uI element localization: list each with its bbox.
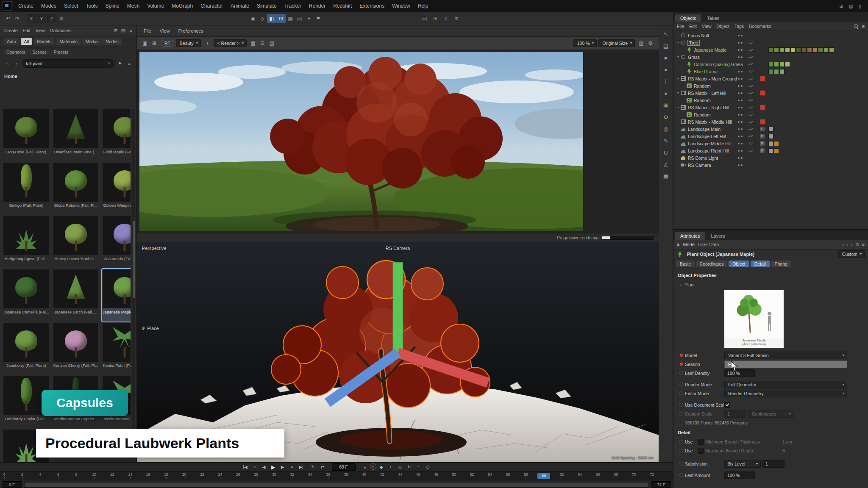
object-row[interactable]: ▾ RS Matrix - Right Hill ✓✓	[673, 104, 868, 111]
enabled-check-icon[interactable]: ✓✓	[748, 91, 753, 95]
enabled-check-icon[interactable]: ✓✓	[748, 105, 753, 110]
object-menu-item[interactable]: Bookmarks	[749, 24, 771, 29]
asset-item[interactable]: Japanese Maple (Fall, ...	[102, 269, 131, 322]
visibility-dots[interactable]	[738, 42, 743, 44]
sphere-tool-icon[interactable]: ●	[660, 64, 671, 75]
min-branch-value[interactable]: 1 cm	[782, 439, 792, 444]
asset-menu-item[interactable]: Databases	[47, 28, 74, 33]
range-start-field[interactable]: 0 F	[2, 481, 22, 488]
keyframe-dot-icon[interactable]	[679, 462, 683, 466]
asset-item[interactable]: Ginkgo (Fall, Plant)	[3, 162, 50, 215]
expand-arrow-icon[interactable]: ▾	[676, 77, 680, 80]
enabled-check-icon[interactable]: ✓✓	[748, 55, 753, 59]
object-row[interactable]: RS Camera ✓✓	[673, 161, 868, 169]
back-icon[interactable]: ‹	[843, 242, 844, 247]
max-branch-value[interactable]: 3	[782, 448, 785, 453]
enabled-check-icon[interactable]: ✓✓	[748, 113, 753, 117]
save-image-icon[interactable]: ▣	[140, 39, 150, 48]
keyframe-dot-icon[interactable]	[679, 449, 683, 452]
enabled-check-icon[interactable]: ✓✓	[748, 134, 753, 139]
asset-item[interactable]: Hedgehog Agave (Fall...	[3, 215, 50, 269]
asset-menu-item[interactable]: Create	[2, 28, 20, 33]
asset-item[interactable]: Kentia Palm (Fall, Plant)	[102, 322, 131, 375]
use-min-branch-checkbox[interactable]	[698, 439, 704, 445]
z-axis-lock[interactable]: Z	[47, 14, 56, 23]
coord-system-icon[interactable]: ⊕	[57, 14, 66, 23]
enabled-check-icon[interactable]: ✓✓	[748, 48, 753, 52]
keyframe-dot-icon[interactable]	[679, 391, 683, 395]
visibility-dots[interactable]	[738, 143, 743, 144]
attribute-tab[interactable]: Detail	[751, 261, 770, 267]
plant-asset-icon[interactable]: ●	[660, 88, 671, 98]
asset-item[interactable]: Honey Locust 'Sunbur...	[53, 215, 99, 269]
leaf-density-field[interactable]: 100 %	[724, 369, 755, 377]
object-row[interactable]: Random ✓✓	[673, 97, 868, 104]
filter-chip[interactable]: Materials	[56, 38, 81, 45]
menu-item[interactable]: Render	[305, 0, 329, 12]
menu-item[interactable]: Tools	[82, 0, 101, 12]
panel-menu-icon[interactable]: ≡	[862, 242, 865, 247]
render-select-dropdown[interactable]: < Render >	[214, 39, 247, 47]
expand-arrow-icon[interactable]: ▾	[676, 55, 680, 59]
zoom-dropdown[interactable]: 100 %	[573, 39, 597, 47]
visibility-dots[interactable]	[738, 114, 743, 116]
editor-mode-dropdown[interactable]: Render Geometry	[724, 390, 847, 397]
copy-image-icon[interactable]: ⊞	[150, 39, 159, 48]
redo-icon[interactable]: ↷	[13, 14, 22, 23]
object-menu-item[interactable]: File	[677, 24, 684, 29]
list-view-icon[interactable]: ▤	[120, 27, 127, 34]
y-axis-lock[interactable]: Y	[37, 14, 46, 23]
browser-menu-icon[interactable]: ≡	[127, 27, 135, 34]
asset-item[interactable]: Juneberry (Fall, Plant)	[3, 322, 50, 375]
lock-icon[interactable]: ⊙	[855, 242, 859, 247]
menu-item[interactable]: Select	[60, 0, 82, 12]
home-icon[interactable]: ⌂	[3, 60, 11, 67]
pass-dropdown[interactable]: Beauty	[176, 39, 201, 47]
cube-tool-icon[interactable]: ■	[660, 53, 671, 63]
workplane-icon[interactable]: ▤	[295, 14, 304, 23]
visibility-dots[interactable]	[738, 121, 743, 123]
filter-chip[interactable]: Models	[33, 38, 55, 45]
film-tool-icon[interactable]: ▦	[660, 171, 671, 181]
position-key-button[interactable]: +	[387, 463, 395, 471]
settings-gear-icon[interactable]: ⚙	[646, 39, 655, 48]
object-row[interactable]: Common Quaking Grass ✓✓	[673, 61, 868, 68]
custom-dropdown[interactable]: Custom	[838, 250, 865, 258]
object-row[interactable]: Random ✓✓	[673, 82, 868, 89]
material-tags[interactable]	[768, 47, 834, 53]
use-max-branch-checkbox[interactable]	[698, 448, 704, 454]
asset-menu-item[interactable]: View	[33, 28, 48, 33]
season-dropdown[interactable]: Fall	[724, 360, 847, 368]
filter-chip[interactable]: All	[21, 38, 33, 45]
search-input[interactable]: fall plant ✕	[22, 59, 114, 68]
menu-item[interactable]: MoGraph	[168, 0, 197, 12]
keyframe-button[interactable]: ◆	[377, 463, 386, 471]
filter-chip[interactable]: Media	[82, 38, 101, 45]
angle-tool-icon[interactable]: ∠	[660, 159, 671, 169]
object-tag[interactable]	[760, 76, 765, 81]
object-row[interactable]: Japanese Maple ✓✓	[673, 46, 868, 53]
menu-item[interactable]: Character	[197, 0, 227, 12]
object-row[interactable]: ▾ Tree ✓✓	[673, 39, 868, 46]
timeline-ruler[interactable]: 0246810121416182022242628303234363840424…	[0, 471, 673, 480]
custom-scale-field[interactable]: 1	[724, 410, 746, 418]
asset-menu-item[interactable]: Edit	[20, 28, 33, 33]
axis-mode-icon[interactable]: +	[304, 14, 314, 23]
app-logo-icon[interactable]	[3, 1, 12, 11]
material-tags[interactable]	[768, 141, 779, 146]
attribute-tab[interactable]: Basic	[676, 261, 695, 267]
histogram-icon[interactable]: ▧	[267, 39, 276, 48]
material-tags[interactable]	[768, 62, 790, 67]
subdivision-field[interactable]: 1	[762, 460, 785, 468]
menu-item[interactable]: Redshift	[329, 0, 356, 12]
asset-item[interactable]: Kanzan Cherry (Fall, Pl...	[53, 322, 99, 375]
capsule-icon[interactable]: ◉	[248, 14, 258, 23]
render-view-menu-item[interactable]: Preferences	[174, 28, 207, 33]
visibility-dots[interactable]	[738, 64, 743, 65]
pla-key-button[interactable]: ⊙	[424, 463, 432, 471]
expand-arrow-icon[interactable]: ▾	[676, 91, 680, 95]
menu-item[interactable]: Extensions	[356, 0, 388, 12]
unit-dropdown[interactable]: Centimeters	[748, 410, 794, 418]
asset-scrollbar[interactable]	[132, 108, 135, 460]
render-view[interactable]	[137, 50, 659, 233]
